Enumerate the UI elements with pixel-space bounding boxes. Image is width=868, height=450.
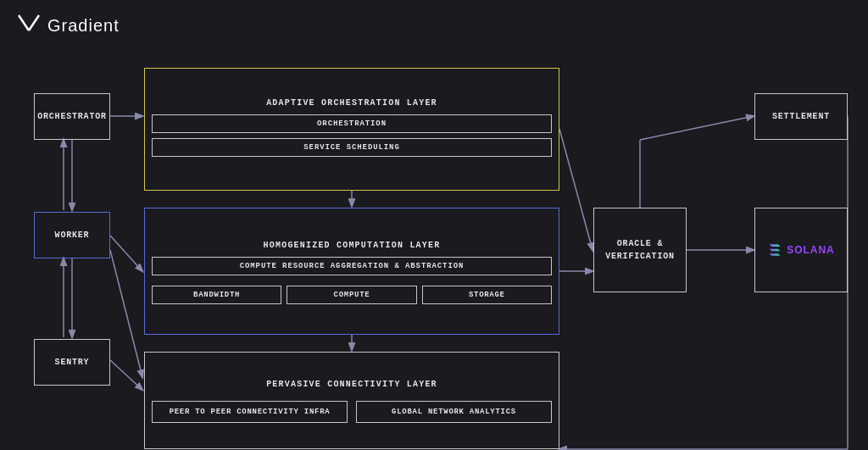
solana-box: SOLANA xyxy=(754,208,848,292)
adaptive-layer-title: ADAPTIVE ORCHESTRATION LAYER xyxy=(266,98,437,108)
p2p-box: PEER TO PEER CONNECTIVITY INFRA xyxy=(152,401,348,423)
service-scheduling-box: SERVICE SCHEDULING xyxy=(152,138,552,157)
bandwidth-label: BANDWIDTH xyxy=(193,291,240,299)
orchestrator-label: ORCHESTRATOR xyxy=(37,112,107,121)
storage-label: STORAGE xyxy=(469,291,505,299)
storage-box: STORAGE xyxy=(422,286,552,304)
svg-line-15 xyxy=(110,360,142,390)
sentry-box: SENTRY xyxy=(34,339,110,386)
svg-line-6 xyxy=(110,236,142,271)
worker-label: WORKER xyxy=(55,231,90,240)
pervasive-sub-boxes: PEER TO PEER CONNECTIVITY INFRA GLOBAL N… xyxy=(152,401,552,423)
orchestrator-box: ORCHESTRATOR xyxy=(34,93,110,140)
p2p-label: PEER TO PEER CONNECTIVITY INFRA xyxy=(170,408,331,416)
bandwidth-box: BANDWIDTH xyxy=(152,286,281,304)
settlement-box: SETTLEMENT xyxy=(754,93,848,140)
oracle-label: ORACLE & VERIFICATION xyxy=(605,237,675,263)
svg-line-5 xyxy=(559,129,593,250)
compute-resource-box: COMPUTE RESOURCE AGGREGATION & ABSTRACTI… xyxy=(152,257,552,275)
svg-line-16 xyxy=(110,250,142,377)
sentry-label: SENTRY xyxy=(55,358,90,367)
pervasive-layer-title: PERVASIVE CONNECTIVITY LAYER xyxy=(266,380,437,389)
adaptive-layer-box: ADAPTIVE ORCHESTRATION LAYER ORCHESTRATI… xyxy=(144,68,559,191)
svg-line-9 xyxy=(640,116,754,140)
global-network-box: GLOBAL NETWORK ANALYTICS xyxy=(356,401,552,423)
solana-logo: SOLANA xyxy=(767,242,834,258)
service-scheduling-label: SERVICE SCHEDULING xyxy=(303,143,399,152)
orchestration-label: ORCHESTRATION xyxy=(317,119,387,128)
compute-resource-label: COMPUTE RESOURCE AGGREGATION & ABSTRACTI… xyxy=(240,262,465,270)
homogenized-layer-box: HOMOGENIZED COMPUTATION LAYER COMPUTE RE… xyxy=(144,208,559,335)
solana-text-label: SOLANA xyxy=(787,244,834,256)
settlement-label: SETTLEMENT xyxy=(772,112,830,121)
svg-line-0 xyxy=(19,15,29,31)
compute-label: COMPUTE xyxy=(334,291,370,299)
compute-box: COMPUTE xyxy=(287,286,416,304)
solana-icon xyxy=(767,242,782,258)
logo-icon xyxy=(17,14,41,38)
diagram: ORCHESTRATOR WORKER SENTRY ADAPTIVE ORCH… xyxy=(17,51,851,442)
pervasive-layer-box: PERVASIVE CONNECTIVITY LAYER PEER TO PEE… xyxy=(144,352,559,449)
global-network-label: GLOBAL NETWORK ANALYTICS xyxy=(392,408,516,416)
homogenized-sub-boxes: BANDWIDTH COMPUTE STORAGE xyxy=(152,286,552,304)
logo-area: Gradient xyxy=(17,14,120,38)
orchestration-box: ORCHESTRATION xyxy=(152,114,552,133)
homogenized-layer-title: HOMOGENIZED COMPUTATION LAYER xyxy=(264,241,441,250)
oracle-box: ORACLE & VERIFICATION xyxy=(593,208,687,292)
svg-line-1 xyxy=(29,15,39,31)
worker-box: WORKER xyxy=(34,212,110,258)
logo-text: Gradient xyxy=(47,16,120,36)
